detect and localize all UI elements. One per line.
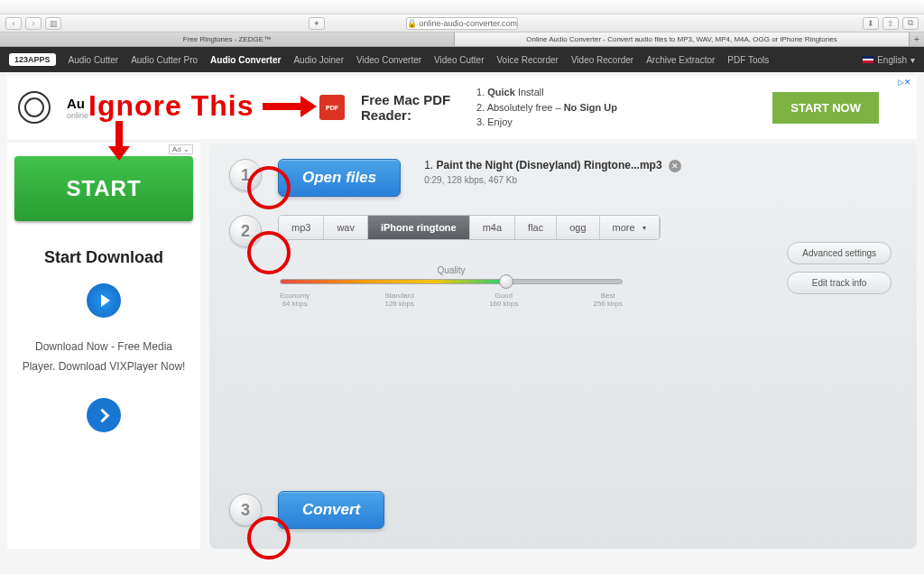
share-button[interactable]: ⇪ (882, 17, 899, 30)
step-1-badge: 1 (229, 159, 262, 191)
quality-slider[interactable] (280, 279, 623, 284)
file-name: Paint the Night (Disneyland) Ringtone...… (437, 159, 662, 171)
nav-audio-converter[interactable]: Audio Converter (210, 55, 281, 65)
apps-logo[interactable]: 123APPS (9, 53, 56, 66)
sidebar-description: Download Now - Free Media Player. Downlo… (14, 338, 193, 376)
ad-banner: Au online PDF Free Mac PDF Reader: 1. Qu… (7, 76, 917, 139)
step-1-row: 1 Open files 1. Paint the Night (Disneyl… (229, 159, 897, 197)
quality-marks: Economy64 kbps Standard128 kbps Good160 … (280, 292, 623, 308)
edit-track-info-button[interactable]: Edit track info (787, 272, 892, 294)
nav-voice-recorder[interactable]: Voice Recorder (497, 55, 559, 65)
browser-toolbar: ‹ › ▥ ✦ 🔒 online-audio-converter.com ⬇ ⇪… (0, 14, 924, 32)
reader-button[interactable]: ✦ (309, 17, 325, 30)
tab-converter[interactable]: Online Audio Converter - Convert audio f… (455, 32, 910, 46)
nav-archive-extractor[interactable]: Archive Extractor (646, 55, 715, 65)
format-mp3[interactable]: mp3 (279, 216, 324, 239)
sidebar-start-button[interactable]: START (14, 156, 193, 221)
lock-icon: 🔒 (407, 19, 417, 28)
adchoices-icon[interactable]: ▷✕ (898, 78, 911, 87)
format-flac[interactable]: flac (515, 216, 557, 239)
open-files-button[interactable]: Open files (278, 159, 401, 197)
sidebar-toggle[interactable]: ▥ (45, 17, 61, 30)
nav-audio-cutter-pro[interactable]: Audio Cutter Pro (131, 55, 198, 65)
step-3-row: 3 Convert (229, 491, 384, 529)
app-nav: 123APPS Audio Cutter Audio Cutter Pro Au… (0, 47, 924, 72)
nav-video-cutter[interactable]: Video Cutter (434, 55, 484, 65)
ad-headline: Free Mac PDF Reader: (361, 92, 460, 123)
advanced-settings-button[interactable]: Advanced settings (787, 242, 892, 264)
format-more[interactable]: more ▾ (600, 216, 660, 239)
sidebar-title: Start Download (44, 248, 163, 267)
play-icon[interactable] (87, 283, 121, 318)
language-selector[interactable]: English ▾ (863, 55, 915, 65)
new-tab-button[interactable]: + (910, 32, 924, 46)
back-button[interactable]: ‹ (5, 17, 22, 30)
step-2-badge: 2 (229, 215, 262, 247)
forward-button[interactable]: › (25, 17, 42, 30)
format-tabs: mp3 wav iPhone ringtone m4a flac ogg mor… (278, 215, 661, 240)
app-title: Au (67, 96, 88, 111)
quality-label: Quality (280, 265, 623, 275)
pdf-icon: PDF (319, 95, 345, 120)
converter-panel: 1 Open files 1. Paint the Night (Disneyl… (209, 143, 917, 549)
chevron-down-icon: ▾ (910, 55, 915, 65)
app-title-block: Au online (67, 96, 88, 120)
ad-cta-button[interactable]: START NOW (772, 92, 879, 124)
chevron-updown-icon: ▾ (642, 224, 646, 232)
quality-section: Quality Economy64 kbps Standard128 kbps … (280, 265, 623, 308)
nav-pdf-tools[interactable]: PDF Tools (727, 55, 769, 65)
format-more-label: more (613, 222, 635, 233)
address-bar[interactable]: 🔒 online-audio-converter.com (406, 17, 518, 30)
step-3-badge: 3 (229, 494, 262, 526)
nav-video-recorder[interactable]: Video Recorder (571, 55, 633, 65)
sidebar-arrow-button[interactable] (87, 398, 121, 432)
downloads-button[interactable]: ⬇ (863, 17, 879, 30)
convert-button[interactable]: Convert (278, 491, 384, 529)
ad-features: 1. Quick Install 2. Absolutely free – No… (476, 85, 617, 130)
advanced-buttons: Advanced settings Edit track info (787, 242, 892, 294)
window-titlebar (0, 0, 924, 14)
app-logo-icon (18, 91, 51, 124)
format-iphone-ringtone[interactable]: iPhone ringtone (368, 216, 470, 239)
sidebar-ad: Ad ⌄ START Start Download Download Now -… (7, 143, 200, 549)
tab-zedge[interactable]: Free Ringtones - ZEDGE™ (0, 32, 455, 46)
file-index: 1. (424, 159, 433, 171)
nav-audio-cutter[interactable]: Audio Cutter (69, 55, 119, 65)
nav-video-converter[interactable]: Video Converter (356, 55, 421, 65)
url-text: online-audio-converter.com (419, 19, 517, 28)
format-wav[interactable]: wav (324, 216, 368, 239)
file-info: 1. Paint the Night (Disneyland) Ringtone… (424, 159, 681, 185)
tabs-button[interactable]: ⧉ (902, 17, 919, 30)
file-remove-icon[interactable]: ✕ (669, 160, 681, 172)
quality-thumb[interactable] (499, 274, 513, 289)
language-label: English (877, 55, 907, 65)
flag-icon (863, 56, 873, 63)
format-ogg[interactable]: ogg (557, 216, 599, 239)
app-subtitle: online (67, 111, 88, 120)
ad-badge[interactable]: Ad ⌄ (169, 144, 193, 154)
format-m4a[interactable]: m4a (470, 216, 515, 239)
nav-audio-joiner[interactable]: Audio Joiner (293, 55, 344, 65)
browser-tabs: Free Ringtones - ZEDGE™ Online Audio Con… (0, 32, 924, 47)
file-meta: 0:29, 128 kbps, 467 Kb (424, 175, 681, 185)
